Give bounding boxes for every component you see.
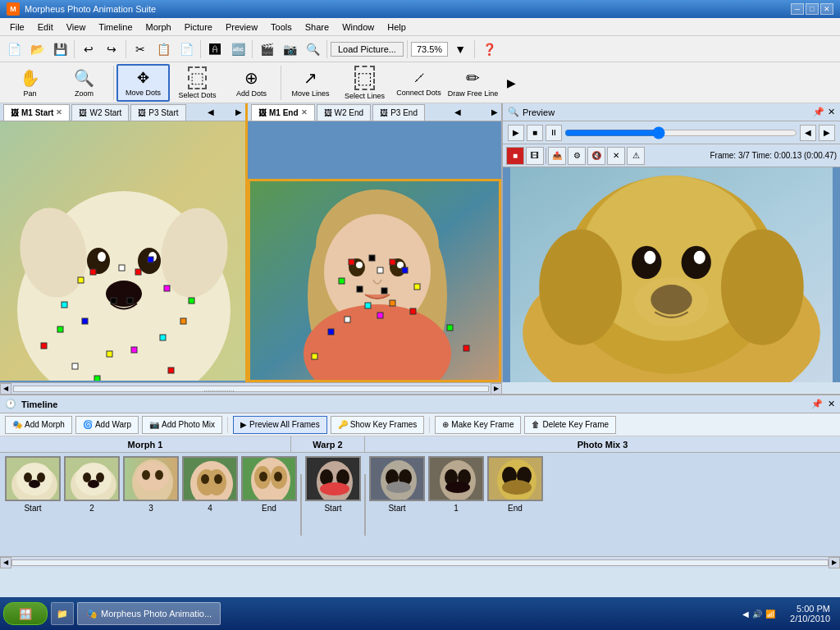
photo-button[interactable]: 📷 — [279, 39, 300, 60]
frame-m1-3[interactable]: 3 — [123, 456, 179, 513]
tab-close-mid[interactable]: ✕ — [301, 108, 308, 116]
menu-file[interactable]: File — [3, 21, 31, 34]
add-warp-icon: 🌀 — [83, 420, 93, 429]
zoom-tool[interactable]: 🔍 Zoom — [57, 64, 111, 102]
add-photo-button[interactable]: 📷 Add Photo Mix — [142, 416, 222, 434]
menu-morph[interactable]: Morph — [139, 21, 178, 34]
find-button[interactable]: 🔍 — [302, 39, 323, 60]
start-button[interactable]: 🪟 — [3, 602, 48, 625]
play-button[interactable]: ▶ — [508, 125, 524, 141]
bottom-scroll-left[interactable]: ◀ — [0, 557, 11, 568]
tab-nav-mid-left[interactable]: ◀ — [454, 107, 461, 116]
close-button[interactable]: ✕ — [820, 3, 833, 15]
preview-pin[interactable]: 📌 — [813, 107, 824, 117]
timeline-close[interactable]: ✕ — [828, 399, 835, 409]
copy-button[interactable]: 📋 — [153, 39, 174, 60]
open-button[interactable]: 📂 — [26, 39, 48, 60]
pv-warn-button[interactable]: ⚠ — [627, 147, 645, 165]
move-dots-tool[interactable]: ✥ Move Dots — [116, 64, 170, 102]
menu-timeline[interactable]: Timeline — [92, 21, 139, 34]
pv-film-button[interactable]: 🎞 — [526, 147, 544, 165]
preview-all-button[interactable]: ▶ Preview All Frames — [233, 416, 327, 434]
pv-delete-button[interactable]: ✕ — [607, 147, 625, 165]
tab-p3-end[interactable]: 🖼 P3 End — [372, 104, 425, 121]
workspace-scrollbar[interactable]: ◀ ··············· ▶ — [0, 382, 502, 394]
frame-w2-start[interactable]: Start — [305, 456, 361, 513]
skip-forward-button[interactable]: ▶ — [819, 125, 835, 141]
tab-w2-start[interactable]: 🖼 W2 Start — [71, 104, 129, 121]
tab-m1-end[interactable]: 🖼 M1 End ✕ — [251, 104, 315, 121]
bottom-scroll-right[interactable]: ▶ — [829, 557, 840, 568]
paste-button[interactable]: 📄 — [176, 39, 197, 60]
tab-nav-right[interactable]: ▶ — [235, 107, 242, 116]
font-button[interactable]: 🔤 — [227, 39, 249, 60]
menu-view[interactable]: View — [60, 21, 93, 34]
menu-share[interactable]: Share — [299, 21, 336, 34]
show-key-frames-button[interactable]: 🔑 Show Key Frames — [331, 416, 425, 434]
pv-settings-button[interactable]: ⚙ — [568, 147, 586, 165]
select-lines-tool[interactable]: ⬚ Select Lines — [338, 64, 391, 102]
cut-button[interactable]: ✂ — [130, 39, 151, 60]
tab-nav-left[interactable]: ◀ — [208, 107, 214, 116]
make-key-button[interactable]: ⊕ Make Key Frame — [435, 416, 521, 434]
tools-more[interactable]: ▶ — [500, 72, 522, 94]
taskbar-explorer[interactable]: 📁 — [51, 602, 74, 625]
render-button[interactable]: 🎬 — [256, 39, 277, 60]
move-lines-tool[interactable]: ↗ Move Lines — [284, 64, 337, 102]
playback-slider[interactable] — [564, 126, 797, 139]
frame-m1-4[interactable]: 4 — [182, 456, 238, 513]
undo-button[interactable]: ↩ — [78, 39, 99, 60]
text-button[interactable]: 🅰 — [204, 39, 226, 60]
help-button[interactable]: ❓ — [478, 39, 500, 60]
connect-dots-tool[interactable]: ⟋ Connect Dots — [392, 64, 445, 102]
menu-picture[interactable]: Picture — [178, 21, 219, 34]
load-picture-button[interactable]: Load Picture... — [331, 42, 404, 57]
menu-tools[interactable]: Tools — [264, 21, 299, 34]
timeline-frames: Start 2 — [0, 453, 840, 556]
taskbar-clock[interactable]: 5:00 PM 2/10/2010 — [783, 604, 837, 623]
menu-preview[interactable]: Preview — [219, 21, 264, 34]
menu-help[interactable]: Help — [381, 21, 413, 34]
stop-button[interactable]: ■ — [527, 125, 543, 141]
scroll-right-btn[interactable]: ▶ — [491, 383, 502, 395]
select-dots-tool[interactable]: ⬚ Select Dots — [171, 64, 224, 102]
bottom-scrollbar[interactable]: ◀ ▶ — [0, 556, 840, 568]
redo-button[interactable]: ↪ — [101, 39, 122, 60]
tray-arrow[interactable]: ◀ — [742, 609, 749, 619]
frame-pm3-end[interactable]: End — [487, 456, 543, 513]
pan-tool[interactable]: ✋ Pan — [3, 64, 57, 102]
tab-m1-start[interactable]: 🖼 M1 Start ✕ — [3, 104, 70, 121]
scroll-left-btn[interactable]: ◀ — [0, 383, 11, 395]
menu-edit[interactable]: Edit — [31, 21, 60, 34]
svg-rect-20 — [90, 269, 96, 275]
delete-key-button[interactable]: 🗑 Delete Key Frame — [524, 416, 616, 434]
add-dots-tool[interactable]: ⊕ Add Dots — [225, 64, 278, 102]
restore-button[interactable]: □ — [806, 3, 819, 15]
frame-m1-2[interactable]: 2 — [64, 456, 120, 513]
save-button[interactable]: 💾 — [49, 39, 71, 60]
pv-mute-button[interactable]: 🔇 — [587, 147, 605, 165]
frame-m1-start[interactable]: Start — [5, 456, 61, 513]
frame-pm3-start[interactable]: Start — [369, 456, 425, 513]
pv-color-button[interactable]: ■ — [506, 147, 524, 165]
add-morph-button[interactable]: 🎭 Add Morph — [5, 416, 72, 434]
frame-pm3-1[interactable]: 1 — [428, 456, 484, 513]
pv-export-button[interactable]: 📤 — [548, 147, 566, 165]
pause-button[interactable]: ⏸ — [546, 125, 562, 141]
timeline-pin[interactable]: 📌 — [811, 399, 823, 409]
minimize-button[interactable]: ─ — [791, 3, 804, 15]
tab-close[interactable]: ✕ — [56, 108, 62, 116]
add-warp-button[interactable]: 🌀 Add Warp — [75, 416, 139, 434]
tab-nav-mid-right[interactable]: ▶ — [491, 107, 498, 116]
frame-m1-end[interactable]: End — [241, 456, 297, 513]
draw-free-label: Draw Free Line — [448, 89, 499, 98]
draw-free-tool[interactable]: ✏ Draw Free Line — [446, 64, 500, 102]
taskbar-morpheus[interactable]: 🎭 Morpheus Photo Animatio... — [77, 602, 221, 625]
menu-window[interactable]: Window — [336, 21, 381, 34]
skip-back-button[interactable]: ◀ — [800, 125, 816, 141]
tab-p3-start[interactable]: 🖼 P3 Start — [130, 104, 185, 121]
new-button[interactable]: 📄 — [3, 39, 25, 60]
zoom-dropdown[interactable]: ▼ — [450, 39, 471, 60]
preview-close[interactable]: ✕ — [828, 107, 835, 117]
tab-w2-end[interactable]: 🖼 W2 End — [317, 104, 372, 121]
